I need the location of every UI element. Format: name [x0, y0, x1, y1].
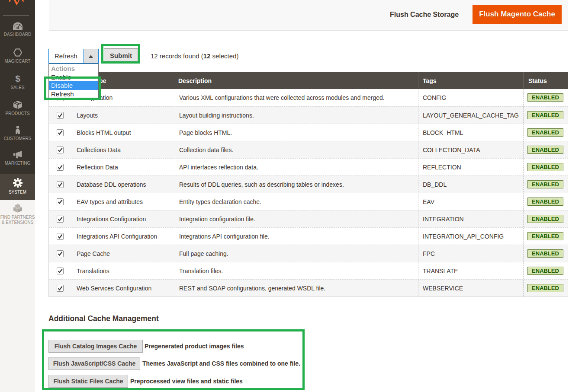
- svg-text:$: $: [15, 74, 20, 83]
